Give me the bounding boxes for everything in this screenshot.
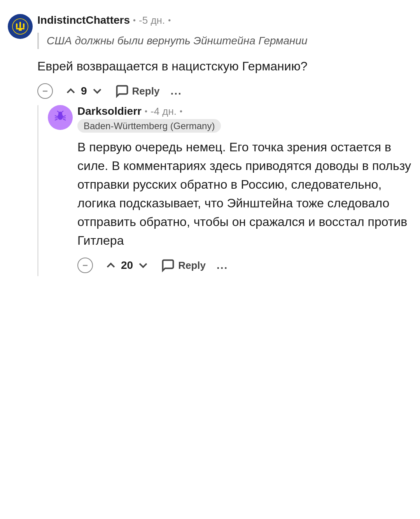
- timestamp-2: -4 дн.: [150, 105, 177, 117]
- svg-rect-3: [16, 23, 18, 28]
- more-button-1[interactable]: ...: [170, 85, 182, 97]
- username-1: IndistinctChatters: [37, 14, 130, 26]
- quoted-text: США должны были вернуть Эйнштейна Герман…: [47, 33, 412, 49]
- comment-1-body: IndistinctChatters • -5 дн. • США должны…: [37, 14, 412, 99]
- reply-label-1: Reply: [132, 85, 160, 97]
- svg-rect-2: [19, 22, 21, 28]
- more-button-2[interactable]: ...: [217, 259, 228, 272]
- reply-button-1[interactable]: Reply: [115, 84, 160, 98]
- reply-container: Darksoldierr • -4 дн. • Baden-Württember…: [8, 105, 412, 276]
- quoted-block: США должны были вернуть Эйнштейна Герман…: [37, 33, 412, 49]
- svg-rect-5: [16, 28, 24, 30]
- reply-icon-2: [161, 258, 175, 272]
- username-2: Darksoldierr: [77, 105, 142, 117]
- comment-2-actions: − 20: [77, 258, 412, 273]
- collapse-button-1[interactable]: −: [37, 83, 53, 99]
- comment-thread: IndistinctChatters • -5 дн. • США должны…: [0, 8, 420, 282]
- comment-1-actions: − 9 Reply ...: [37, 83, 412, 99]
- upvote-button-2[interactable]: 20: [104, 258, 150, 272]
- comment-2: Darksoldierr • -4 дн. • Baden-Württember…: [48, 105, 412, 273]
- avatar: [8, 14, 33, 39]
- comment-2-header: Darksoldierr • -4 дн. •: [77, 105, 412, 117]
- comment-1-header: IndistinctChatters • -5 дн. •: [37, 14, 412, 26]
- timestamp-1: -5 дн.: [139, 14, 165, 26]
- comment-2-body: Darksoldierr • -4 дн. • Baden-Württember…: [77, 105, 412, 273]
- avatar-icon-2: [52, 109, 69, 126]
- location-badge: Baden-Württemberg (Germany): [77, 119, 221, 133]
- upvote-button-1[interactable]: 9: [64, 84, 104, 98]
- avatar-2: [48, 105, 73, 130]
- upvote-icon-1: [64, 84, 78, 98]
- downvote-icon-2: [136, 258, 150, 272]
- collapse-button-2[interactable]: −: [77, 258, 93, 273]
- comment-1: IndistinctChatters • -5 дн. • США должны…: [8, 14, 412, 99]
- vote-count-2: 20: [121, 259, 133, 272]
- svg-rect-6: [19, 29, 22, 31]
- upvote-icon-2: [104, 258, 118, 272]
- comment-1-text: Еврей возвращается в нацистскую Германию…: [37, 57, 412, 75]
- vote-count-1: 9: [81, 85, 87, 97]
- thread-line: [37, 105, 38, 276]
- comment-2-text: В первую очередь немец. Его точка зрения…: [77, 138, 412, 250]
- downvote-icon-1: [90, 84, 104, 98]
- reply-label-2: Reply: [178, 260, 206, 272]
- reply-button-2[interactable]: Reply: [161, 258, 206, 272]
- reply-content: Darksoldierr • -4 дн. • Baden-Württember…: [48, 105, 412, 276]
- reply-icon-1: [115, 84, 129, 98]
- svg-rect-4: [23, 23, 24, 28]
